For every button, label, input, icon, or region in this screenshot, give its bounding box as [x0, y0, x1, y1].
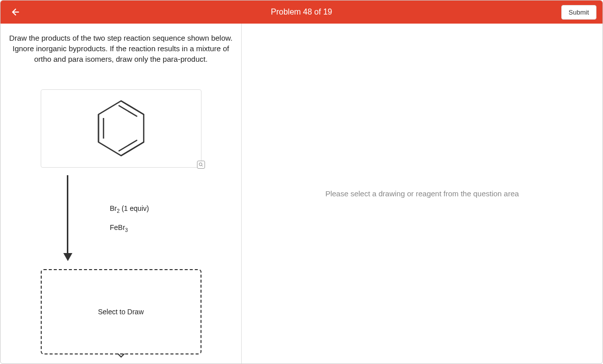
arrow-left-icon: [11, 7, 21, 17]
reagent-1-prefix: Br: [110, 204, 117, 212]
svg-point-8: [199, 163, 202, 166]
benzene-structure-icon: [93, 97, 149, 160]
back-button[interactable]: [7, 5, 25, 19]
canvas-placeholder-message: Please select a drawing or reagent from …: [325, 189, 519, 198]
reagent-2: FeBr3: [110, 223, 149, 233]
svg-line-4: [121, 142, 144, 156]
svg-line-9: [202, 165, 203, 166]
reagent-1: Br2 (1 equiv): [110, 204, 149, 214]
svg-line-2: [121, 101, 144, 114]
reaction-arrow-section: Br2 (1 equiv) FeBr3: [41, 175, 202, 261]
reagent-list: Br2 (1 equiv) FeBr3: [110, 204, 149, 244]
starting-molecule-box[interactable]: [41, 89, 202, 168]
svg-line-5: [119, 140, 137, 151]
svg-marker-1: [98, 101, 144, 156]
draw-box-label: Select to Draw: [98, 308, 144, 316]
problem-counter: Problem 48 of 19: [271, 8, 332, 17]
chevron-down-icon: [117, 351, 125, 359]
question-panel: Draw the products of the two step reacti…: [1, 24, 242, 363]
reagent-2-sub: 3: [125, 227, 128, 233]
svg-line-3: [119, 105, 137, 116]
question-instructions: Draw the products of the two step reacti…: [9, 33, 233, 64]
drawing-canvas-panel: Please select a drawing or reagent from …: [242, 24, 602, 363]
draw-product-box[interactable]: Select to Draw: [41, 269, 202, 354]
reaction-arrow-icon: [63, 175, 72, 261]
reagent-1-suffix: (1 equiv): [120, 204, 149, 212]
reagent-2-prefix: FeBr: [110, 223, 125, 231]
content-area: Draw the products of the two step reacti…: [1, 24, 602, 363]
magnify-icon: [198, 162, 204, 167]
submit-button[interactable]: Submit: [561, 5, 596, 20]
zoom-icon[interactable]: [197, 161, 205, 169]
app-header: Problem 48 of 19 Submit: [1, 1, 602, 24]
